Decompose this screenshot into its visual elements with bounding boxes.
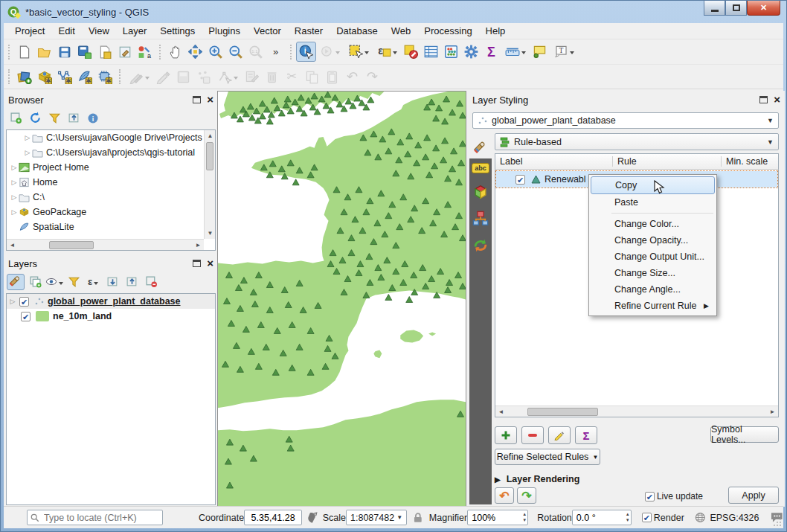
menu-plugins[interactable]: Plugins <box>202 24 247 38</box>
layer-visibility-checkbox[interactable]: ✔ <box>19 297 29 307</box>
collapse-all-button[interactable] <box>123 274 141 290</box>
refresh-button[interactable] <box>26 110 44 126</box>
epsg-status[interactable]: EPSG:4326 <box>710 513 759 523</box>
measure-button[interactable] <box>501 42 530 62</box>
style-redo-button[interactable]: ↷ <box>517 487 536 504</box>
zoom-out-button[interactable] <box>225 42 245 62</box>
copy-features-button[interactable] <box>302 67 322 87</box>
toolbar-handle[interactable] <box>159 45 161 60</box>
browser-item-geopackage[interactable]: ▷GeoPackage <box>7 205 203 219</box>
maximize-button[interactable] <box>725 1 747 16</box>
render-checkbox[interactable]: ✔ <box>642 513 652 522</box>
spinner-arrows[interactable]: ▲▼ <box>522 511 527 523</box>
float-panel-icon[interactable] <box>193 260 201 267</box>
toolbar-handle[interactable] <box>119 69 121 84</box>
locate-search-input[interactable] <box>27 510 163 525</box>
browser-item-home[interactable]: ▷Home <box>7 175 203 190</box>
save-project-button[interactable] <box>54 42 74 62</box>
statistical-summary-button[interactable]: Σ <box>481 42 501 62</box>
3d-view-tab[interactable] <box>472 184 489 200</box>
save-layer-edits-button[interactable] <box>173 67 193 87</box>
new-project-button[interactable] <box>14 42 34 62</box>
apply-button[interactable]: Apply <box>728 487 779 504</box>
remove-rule-button[interactable] <box>521 426 544 444</box>
menu-view[interactable]: View <box>82 24 116 38</box>
expand-arrow-icon[interactable]: ▷ <box>10 179 19 186</box>
new-virtual-layer-button[interactable]: ✱ <box>94 67 115 87</box>
float-panel-icon[interactable] <box>759 96 768 103</box>
menu-settings[interactable]: Settings <box>153 24 202 38</box>
live-update-checkbox[interactable]: ✔ <box>645 492 655 501</box>
expand-arrow-icon[interactable]: ▷ <box>10 164 19 171</box>
data-source-manager-button[interactable] <box>14 67 34 87</box>
browser-horizontal-scrollbar[interactable]: ◄► <box>7 239 204 250</box>
map-canvas[interactable] <box>217 91 466 507</box>
toolbar-handle[interactable] <box>290 45 292 60</box>
count-features-button[interactable]: Σ <box>575 426 597 444</box>
spinner-arrows[interactable]: ▲▼ <box>626 511 630 523</box>
scale-combobox[interactable]: 1:8087482▼ <box>346 510 407 525</box>
float-panel-icon[interactable] <box>193 96 201 103</box>
context-menu-change-color[interactable]: Change Color... <box>591 216 715 232</box>
expand-all-button[interactable] <box>103 274 121 290</box>
style-undo-button[interactable]: ↶ <box>495 487 514 504</box>
multiedit-attributes-button[interactable] <box>242 67 262 87</box>
add-rule-button[interactable] <box>495 426 517 444</box>
resize-grip[interactable] <box>773 518 782 527</box>
identify-features-button[interactable]: i <box>296 42 316 62</box>
zoom-native-button[interactable]: 1:1 <box>245 42 266 62</box>
new-shapefile-layer-button[interactable]: ✱ <box>54 67 74 87</box>
open-layer-styling-button[interactable] <box>7 274 25 290</box>
context-menu-change-output-unit[interactable]: Change Output Unit... <box>591 249 715 265</box>
browser-item-folder[interactable]: ▷C:\Users\ujaval\projects\qgis-tutorial <box>7 145 203 160</box>
open-attribute-table-button[interactable] <box>421 42 441 62</box>
zoom-in-button[interactable] <box>205 42 225 62</box>
select-features-button[interactable] <box>344 42 373 62</box>
menu-web[interactable]: Web <box>385 24 418 38</box>
rotation-input[interactable] <box>572 510 632 525</box>
menu-project[interactable]: Project <box>8 24 51 38</box>
menu-help[interactable]: Help <box>479 24 513 38</box>
context-menu-refine-current-rule[interactable]: Refine Current Rule▶ <box>591 298 715 314</box>
close-panel-icon[interactable]: × <box>207 96 213 103</box>
layer-item-land[interactable]: ✔ ne_10m_land <box>7 309 215 324</box>
cut-features-button[interactable]: ✂ <box>282 67 302 87</box>
layer-item-power-plants[interactable]: ▷ ✔ global_power_plant_database <box>7 294 215 309</box>
save-project-as-button[interactable] <box>74 42 94 62</box>
layer-rendering-section[interactable]: ▶ Layer Rendering <box>495 474 579 484</box>
browser-item-project-home[interactable]: ▷Project Home <box>7 160 203 175</box>
context-menu-change-opacity[interactable]: Change Opacity... <box>591 232 715 249</box>
magnifier-input[interactable] <box>467 510 528 525</box>
add-selected-layers-button[interactable] <box>7 110 25 126</box>
symbology-tab[interactable] <box>469 135 492 158</box>
symbol-levels-button[interactable]: Symbol Levels... <box>710 426 779 443</box>
remove-layer-button[interactable] <box>142 274 160 290</box>
expand-arrow-icon[interactable]: ▷ <box>23 149 32 156</box>
add-group-button[interactable] <box>26 274 44 290</box>
deselect-features-button[interactable] <box>401 42 421 62</box>
properties-info-button[interactable]: i <box>84 110 102 126</box>
style-manager-button[interactable]: a <box>135 42 155 62</box>
browser-item-folder[interactable]: ▷C:\Users\ujaval\Google Drive\Projects <box>7 130 203 145</box>
styling-layer-selector[interactable]: global_power_plant_database ▼ <box>472 112 779 129</box>
pan-map-button[interactable] <box>165 42 185 62</box>
coordinate-input[interactable] <box>244 510 302 525</box>
select-by-expression-button[interactable]: ε <box>373 42 401 62</box>
map-tips-button[interactable] <box>530 42 550 62</box>
context-menu-change-size[interactable]: Change Size... <box>591 265 715 281</box>
browser-vertical-scrollbar[interactable]: ▲▼ <box>204 130 215 239</box>
context-menu-paste[interactable]: Paste <box>591 194 715 211</box>
pan-to-selection-button[interactable] <box>185 42 205 62</box>
filter-legend-button[interactable] <box>65 274 83 290</box>
field-calculator-button[interactable] <box>441 42 461 62</box>
browser-item-spatialite[interactable]: SpatiaLite <box>7 219 203 234</box>
new-print-layout-button[interactable] <box>94 42 115 62</box>
toolbar-overflow-button[interactable]: » <box>266 42 286 62</box>
open-project-button[interactable] <box>34 42 54 62</box>
current-edits-button[interactable] <box>125 67 153 87</box>
delete-selected-button[interactable] <box>262 67 282 87</box>
filter-by-expression-button[interactable]: ε <box>84 274 102 290</box>
rule-checkbox[interactable]: ✔ <box>515 175 525 185</box>
new-geopackage-layer-button[interactable]: ✱ <box>34 67 54 87</box>
expand-arrow-icon[interactable]: ▷ <box>8 298 17 305</box>
